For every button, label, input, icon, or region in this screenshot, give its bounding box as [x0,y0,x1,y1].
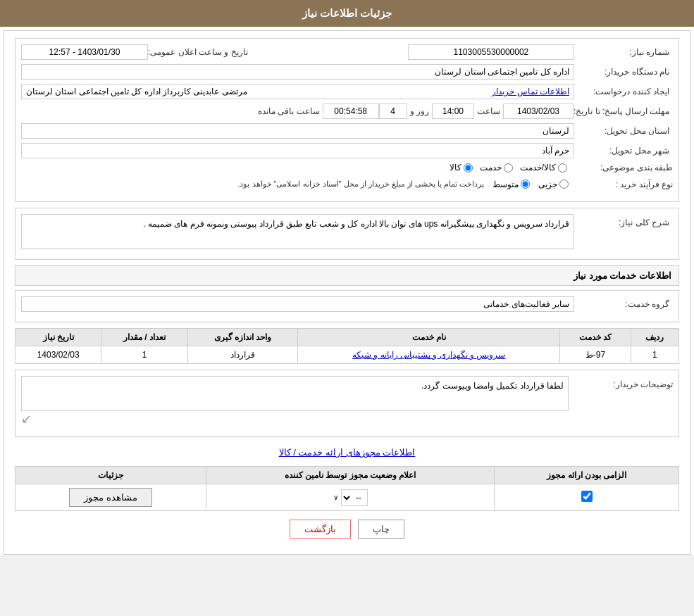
category-row: طبقه بندی موضوعی: کالا/خدمت خدمت کالا [21,163,673,172]
creator-row: ایجاد کننده درخواست: اطلاعات تماس خریدار… [21,84,673,99]
deadline-time-label: ساعت [477,106,500,116]
services-table: ردیف کد خدمت نام خدمت واحد اندازه گیری ت… [15,328,679,364]
col-header-date: تاریخ نیاز [16,329,101,346]
announce-datetime-value: 1403/01/30 - 12:57 [21,44,148,60]
service-group-label: گروه خدمت: [574,299,673,309]
city-row: شهر محل تحویل: خرم آباد [21,143,673,158]
col-header-code: کد خدمت [560,329,631,346]
category-radio-kala[interactable] [464,163,473,172]
general-desc-label: شرح کلی نیاز: [574,214,673,227]
licenses-col-status: اعلام وضعیت مجوز توسط نامین کننده [206,467,495,484]
view-license-button[interactable]: مشاهده مجوز [69,488,152,507]
deadline-remaining: 00:54:58 [323,103,379,119]
buyer-org-row: نام دستگاه خریدار: اداره کل تامین اجتماع… [21,64,673,80]
page-wrapper: جزئیات اطلاعات نیاز شماره نیاز: 11030055… [0,0,694,555]
license-required-checkbox[interactable] [581,491,593,502]
services-section-title: اطلاعات خدمات مورد نیاز [15,265,679,286]
process-type-radio-jozi[interactable] [559,180,569,189]
action-buttons-row: چاپ بازگشت [15,520,679,539]
process-type-option-jozi[interactable]: جزیی [538,180,569,189]
province-value: لرستان [21,123,574,139]
service-group-section: گروه خدمت: سایر فعالیت‌های خدماتی [15,290,679,322]
license-required-cell [495,484,679,511]
category-label: طبقه بندی موضوعی: [574,163,673,172]
license-status-cell: -- ∨ [206,484,495,511]
cell-qty: 1 [101,346,187,364]
col-header-qty: تعداد / مقدار [101,329,187,346]
col-header-unit: واحد اندازه گیری [187,329,298,346]
licenses-col-details: جزئیات [16,467,206,484]
creator-label: ایجاد کننده درخواست: [574,87,673,96]
service-group-value: سایر فعالیت‌های خدماتی [21,296,574,312]
license-row: -- ∨ مشاهده مجوز [16,484,679,511]
licenses-col-required: الزامی بودن ارائه مجوز [495,467,679,484]
deadline-date: 1403/02/03 [503,103,574,119]
province-label: استان محل تحویل: [574,126,673,136]
buyer-org-value: اداره کل تامین اجتماعی استان لرستان [21,64,574,80]
deadline-remaining-label: ساعت باقی مانده [258,106,320,116]
category-radio-khedmat[interactable] [504,163,513,172]
creator-value-wrapper: اطلاعات تماس خریدار مرتضی عابدینی کاربرد… [21,84,574,99]
process-type-note: پرداخت تمام یا بخشی از مبلغ خریدار از مح… [237,177,484,191]
cell-row: 1 [631,346,678,364]
need-info-section: شماره نیاز: 1103005530000002 تاریخ و ساع… [15,38,679,202]
process-type-options: جزیی متوسط پرداخت تمام یا بخشی از مبلغ خ… [237,177,569,191]
deadline-label: مهلت ارسال پاسخ: تا تاریخ: [574,106,673,116]
services-table-wrapper: ردیف کد خدمت نام خدمت واحد اندازه گیری ت… [15,328,679,364]
cell-name: سرویس و نگهداری و پشتیبانی رایانه و شبکه [298,346,560,364]
buyer-notes-row: توضیحات خریدار: لطفا قرارداد تکمیل وامضا… [21,376,673,427]
announce-datetime-label: تاریخ و ساعت اعلان عمومی: [148,47,252,57]
buyer-org-label: نام دستگاه خریدار: [574,67,673,77]
general-desc-row: شرح کلی نیاز: قرارداد سرویس و نگهداری پی… [21,214,673,249]
cell-code: 97-ط [560,346,631,364]
col-header-row: ردیف [631,329,678,346]
licenses-section: اطلاعات مجوزهای ارائه خدمت / کالا الزامی… [15,443,679,511]
deadline-days-label: روز و [410,106,429,116]
back-button[interactable]: بازگشت [290,520,351,539]
city-label: شهر محل تحویل: [574,146,673,156]
buyer-notes-label: توضیحات خریدار: [574,376,673,389]
creator-name: مرتضی عابدینی کاربرداز اداره کل تامین اج… [26,87,247,96]
col-header-name: نام خدمت [298,329,560,346]
category-option-kala[interactable]: کالا [450,163,473,172]
city-value: خرم آباد [21,143,574,158]
process-type-option-motavaset[interactable]: متوسط [492,180,530,189]
license-status-select[interactable]: -- [341,489,368,506]
category-radio-kala-khedmat[interactable] [558,163,567,172]
page-title: جزئیات اطلاعات نیاز [302,7,392,19]
deadline-row: مهلت ارسال پاسخ: تا تاریخ: 1403/02/03 سا… [21,103,673,119]
licenses-table: الزامی بودن ارائه مجوز اعلام وضعیت مجوز … [15,466,679,511]
creator-contact-link[interactable]: اطلاعات تماس خریدار [492,87,569,96]
cell-unit: قرارداد [187,346,298,364]
license-details-cell: مشاهده مجوز [16,484,206,511]
general-desc-section: شرح کلی نیاز: قرارداد سرویس و نگهداری پی… [15,208,679,260]
buyer-notes-text: لطفا قرارداد تکمیل وامضا وپیوست گردد. [21,376,569,411]
deadline-days: 4 [379,103,407,119]
general-desc-value: قرارداد سرویس و نگهداری پیشگیرانه ups ها… [21,214,574,249]
cell-date: 1403/02/03 [16,346,101,364]
need-number-value: 1103005530000002 [408,44,574,60]
category-option-khedmat[interactable]: خدمت [480,163,513,172]
licenses-title[interactable]: اطلاعات مجوزهای ارائه خدمت / کالا [15,443,679,462]
process-type-radio-motavaset[interactable] [521,180,530,189]
need-number-label: شماره نیاز: [574,47,673,57]
process-type-label: نوع فرآیند خرید : [574,180,673,189]
deadline-time: 14:00 [432,103,474,119]
process-type-row: نوع فرآیند خرید : جزیی متوسط پرداخت تمام… [21,177,673,191]
table-row: 1 97-ط سرویس و نگهداری و پشتیبانی رایانه… [16,346,679,364]
service-group-row: گروه خدمت: سایر فعالیت‌های خدماتی [21,296,673,312]
category-option-kala-khedmat[interactable]: کالا/خدمت [520,163,567,172]
print-button[interactable]: چاپ [358,520,404,539]
province-row: استان محل تحویل: لرستان [21,123,673,139]
buyer-notes-section: توضیحات خریدار: لطفا قرارداد تکمیل وامضا… [15,370,679,437]
page-header: جزئیات اطلاعات نیاز [0,0,694,27]
main-content: شماره نیاز: 1103005530000002 تاریخ و ساع… [4,30,690,555]
need-number-row: شماره نیاز: 1103005530000002 تاریخ و ساع… [21,44,673,60]
buyer-notes-content: لطفا قرارداد تکمیل وامضا وپیوست گردد. ↙ [21,376,569,427]
